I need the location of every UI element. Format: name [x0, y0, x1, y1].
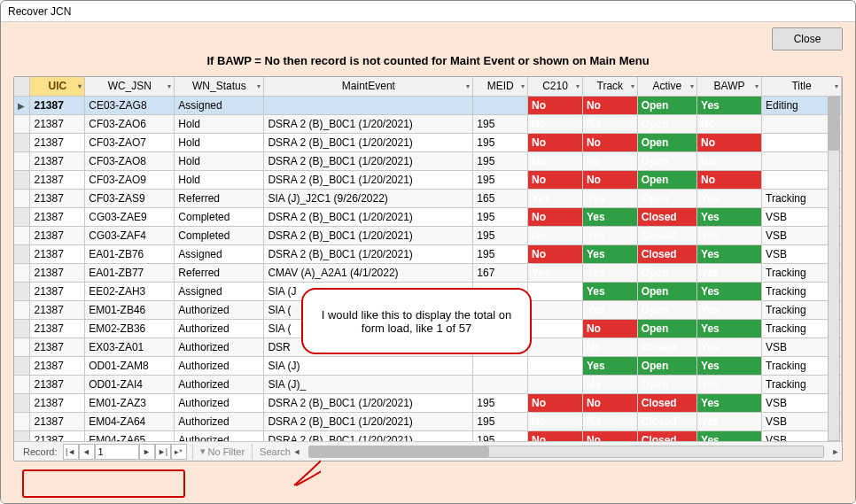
cell-wc_jsn[interactable]: EM01-ZB46 — [85, 300, 175, 319]
cell-wn_status[interactable]: Assigned — [175, 244, 264, 263]
row-selector[interactable] — [14, 356, 30, 375]
cell-uic[interactable]: 21387 — [30, 337, 85, 356]
cell-wn_status[interactable]: Authorized — [175, 337, 264, 356]
cell-maintevent[interactable]: DSRA 2 (B)_B0C1 (1/20/2021) — [264, 244, 473, 263]
cell-active[interactable]: Open — [637, 114, 696, 133]
cell-maintevent[interactable]: SIA (J)_J2C1 (9/26/2022) — [264, 189, 473, 207]
dropdown-icon[interactable]: ▾ — [755, 82, 759, 90]
cell-track[interactable]: No — [582, 375, 637, 393]
cell-wc_jsn[interactable]: EM02-ZB36 — [85, 319, 175, 337]
table-row[interactable]: 21387CG03-ZAF4CompletedDSRA 2 (B)_B0C1 (… — [14, 226, 842, 244]
row-selector[interactable] — [14, 282, 30, 300]
cell-wn_status[interactable]: Authorized — [175, 430, 264, 441]
table-row[interactable]: 21387CG03-ZAE9CompletedDSRA 2 (B)_B0C1 (… — [14, 207, 842, 226]
row-selector[interactable] — [14, 207, 30, 226]
cell-c210[interactable]: No — [528, 244, 583, 263]
nav-last-button[interactable]: ►| — [155, 444, 171, 460]
cell-wn_status[interactable]: Referred — [175, 263, 264, 282]
cell-uic[interactable]: 21387 — [30, 263, 85, 282]
cell-wn_status[interactable]: Authorized — [175, 300, 264, 319]
col-header-uic[interactable]: UIC▾ — [30, 77, 85, 96]
col-header-meid[interactable]: MEID▾ — [473, 77, 528, 96]
cell-bawp[interactable]: Yes — [697, 226, 762, 244]
cell-meid[interactable]: 195 — [473, 151, 528, 170]
cell-wc_jsn[interactable]: OD01-ZAI4 — [85, 375, 175, 393]
row-selector[interactable] — [14, 226, 30, 244]
cell-wc_jsn[interactable]: CF03-ZAS9 — [85, 189, 175, 207]
cell-wn_status[interactable]: Hold — [175, 133, 264, 151]
cell-maintevent[interactable]: DSRA 2 (B)_B0C1 (1/20/2021) — [264, 114, 473, 133]
col-header-title[interactable]: Title▾ — [762, 77, 842, 96]
cell-track[interactable]: No — [582, 133, 637, 151]
row-selector[interactable] — [14, 151, 30, 170]
col-header-track[interactable]: Track▾ — [582, 77, 637, 96]
cell-bawp[interactable]: No — [697, 151, 762, 170]
cell-wn_status[interactable]: Hold — [175, 114, 264, 133]
table-row[interactable]: 21387EM01-ZAZ3AuthorizedDSRA 2 (B)_B0C1 … — [14, 393, 842, 412]
nav-new-button[interactable]: ▸* — [171, 444, 187, 460]
cell-wn_status[interactable]: Completed — [175, 226, 264, 244]
row-selector[interactable] — [14, 430, 30, 441]
cell-meid[interactable]: 195 — [473, 207, 528, 226]
cell-wc_jsn[interactable]: CE03-ZAG8 — [85, 96, 175, 114]
cell-wc_jsn[interactable]: EE02-ZAH3 — [85, 282, 175, 300]
cell-track[interactable]: No — [582, 337, 637, 356]
cell-uic[interactable]: 21387 — [30, 282, 85, 300]
cell-active[interactable]: Closed — [637, 337, 696, 356]
cell-uic[interactable]: 21387 — [30, 226, 85, 244]
cell-bawp[interactable]: Yes — [697, 96, 762, 114]
dropdown-icon[interactable]: ▾ — [576, 82, 580, 90]
row-selector[interactable] — [14, 189, 30, 207]
cell-track[interactable]: No — [582, 170, 637, 189]
cell-meid[interactable]: 167 — [473, 263, 528, 282]
cell-c210[interactable]: No — [528, 170, 583, 189]
cell-wn_status[interactable]: Assigned — [175, 282, 264, 300]
cell-wn_status[interactable]: Hold — [175, 170, 264, 189]
cell-wc_jsn[interactable]: CF03-ZAO9 — [85, 170, 175, 189]
dropdown-icon[interactable]: ▾ — [78, 82, 82, 90]
cell-active[interactable]: Closed — [637, 207, 696, 226]
cell-wc_jsn[interactable]: EA01-ZB77 — [85, 263, 175, 282]
cell-uic[interactable]: 21387 — [30, 430, 85, 441]
table-row[interactable]: 21387EM04-ZA64AuthorizedDSRA 2 (B)_B0C1 … — [14, 412, 842, 430]
cell-wn_status[interactable]: Authorized — [175, 393, 264, 412]
cell-active[interactable]: Open — [637, 282, 696, 300]
cell-c210[interactable]: No — [528, 114, 583, 133]
cell-maintevent[interactable]: DSRA 2 (B)_B0C1 (1/20/2021) — [264, 170, 473, 189]
cell-maintevent[interactable]: DSRA 2 (B)_B0C1 (1/20/2021) — [264, 133, 473, 151]
row-selector[interactable] — [14, 300, 30, 319]
dropdown-icon[interactable]: ▾ — [167, 82, 171, 90]
dropdown-icon[interactable]: ▾ — [257, 82, 261, 90]
record-number-input[interactable] — [95, 444, 139, 460]
cell-meid[interactable]: 195 — [473, 226, 528, 244]
cell-wn_status[interactable]: Authorized — [175, 319, 264, 337]
cell-bawp[interactable]: Yes — [697, 263, 762, 282]
table-row[interactable]: ▶21387CE03-ZAG8AssignedNoNoOpenYesEditin… — [14, 96, 842, 114]
cell-bawp[interactable]: Yes — [697, 337, 762, 356]
cell-wc_jsn[interactable]: CG03-ZAF4 — [85, 226, 175, 244]
dropdown-icon[interactable]: ▾ — [631, 82, 634, 90]
cell-active[interactable]: Closed — [637, 226, 696, 244]
cell-active[interactable]: Open — [637, 319, 696, 337]
cell-meid[interactable]: 165 — [473, 189, 528, 207]
cell-bawp[interactable]: No — [697, 114, 762, 133]
cell-track[interactable]: Yes — [582, 226, 637, 244]
cell-wn_status[interactable]: Hold — [175, 151, 264, 170]
cell-track[interactable]: No — [582, 412, 637, 430]
cell-bawp[interactable]: Yes — [697, 412, 762, 430]
table-row[interactable]: 21387CF03-ZAO9HoldDSRA 2 (B)_B0C1 (1/20/… — [14, 170, 842, 189]
cell-wn_status[interactable]: Authorized — [175, 356, 264, 375]
cell-meid[interactable]: 195 — [473, 244, 528, 263]
horizontal-scrollbar[interactable] — [308, 446, 824, 458]
cell-bawp[interactable]: Yes — [697, 430, 762, 441]
cell-c210[interactable]: No — [528, 226, 583, 244]
row-selector[interactable]: ▶ — [14, 96, 30, 114]
row-selector[interactable] — [14, 114, 30, 133]
cell-c210[interactable]: No — [528, 207, 583, 226]
cell-meid[interactable] — [473, 356, 528, 375]
cell-track[interactable]: Yes — [582, 300, 637, 319]
nav-next-button[interactable]: ► — [139, 444, 155, 460]
cell-uic[interactable]: 21387 — [30, 356, 85, 375]
table-row[interactable]: 21387EM04-ZA65AuthorizedDSRA 2 (B)_B0C1 … — [14, 430, 842, 441]
cell-active[interactable]: Open — [637, 300, 696, 319]
